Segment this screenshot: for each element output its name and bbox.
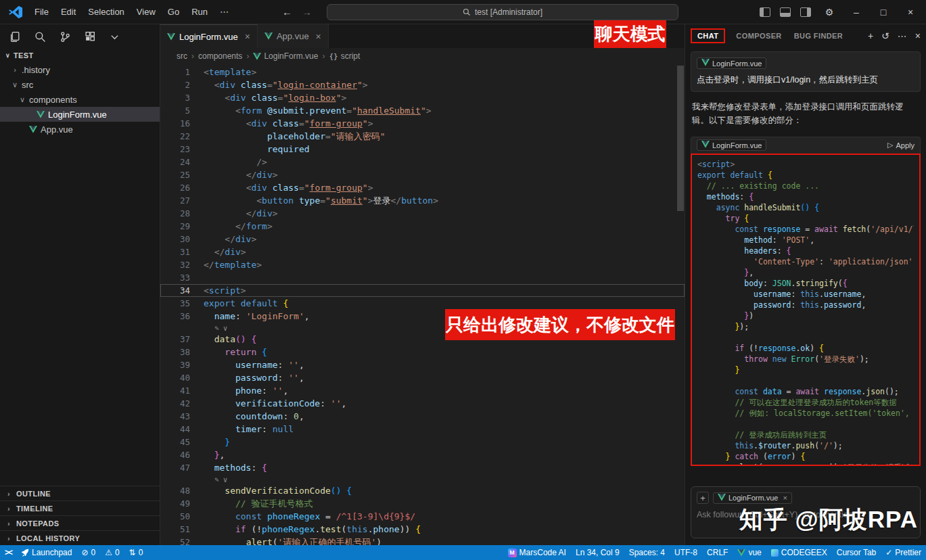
code-line-1[interactable]: 1<template>	[160, 66, 685, 78]
code-line-47[interactable]: 47 methods: {	[160, 461, 685, 474]
code-line-39[interactable]: 39 username: '',	[160, 358, 685, 371]
status-prettier[interactable]: ✓Prettier	[881, 545, 926, 560]
add-context-button[interactable]: +	[697, 492, 709, 504]
close-window-button[interactable]: ×	[902, 7, 919, 18]
code-line-30[interactable]: 30 </div>	[160, 233, 685, 246]
code-file-chip[interactable]: LoginForm.vue	[697, 139, 766, 151]
remove-chip-icon[interactable]: ×	[783, 494, 787, 502]
code-line-22[interactable]: 22 placeholder="请输入密码"	[160, 130, 685, 143]
code-line-33[interactable]: 33	[160, 271, 685, 284]
status-indentation[interactable]: Spaces: 4	[624, 545, 670, 560]
chat-tab-bug-finder[interactable]: BUG FINDER	[793, 29, 844, 43]
editor-scrollbar[interactable]	[676, 64, 685, 545]
menu-⋯[interactable]: ⋯	[214, 4, 235, 20]
followup-input-card[interactable]: + LoginForm.vue ×	[691, 486, 921, 538]
sidebar-section-notepads[interactable]: ›NOTEPADS	[0, 515, 160, 530]
sidebar-section-local-history[interactable]: ›LOCAL HISTORY	[0, 530, 160, 545]
close-tab-icon[interactable]: ×	[245, 31, 250, 42]
command-center-search[interactable]: test [Administrator]	[327, 4, 678, 20]
sidebar-section-outline[interactable]: ›OUTLINE	[0, 486, 160, 500]
menu-file[interactable]: File	[28, 4, 55, 20]
pencil-icon[interactable]: ✎	[214, 475, 219, 484]
code-line-34[interactable]: 34<script>	[160, 284, 685, 297]
inline-widget[interactable]: ✎∨	[160, 474, 685, 484]
code-line-42[interactable]: 42 verificationCode: '',	[160, 397, 685, 410]
code-line-25[interactable]: 25 </div>	[160, 168, 685, 181]
chevron-down-icon[interactable]: ∨	[223, 324, 228, 333]
status-ports[interactable]: ⇅0	[124, 545, 148, 560]
breadcrumb-src[interactable]: src	[177, 51, 187, 61]
extensions-icon[interactable]	[85, 31, 96, 43]
code-editor[interactable]: 1<template>2 <div class="login-container…	[160, 64, 685, 545]
explorer-section-header[interactable]: ∨ TEST	[0, 49, 160, 62]
apply-button[interactable]: ▷ Apply	[887, 141, 915, 149]
tree-item-loginform.vue[interactable]: LoginForm.vue	[0, 107, 160, 122]
chevron-down-icon[interactable]	[110, 32, 120, 42]
followup-input[interactable]	[697, 510, 915, 519]
chevron-down-icon[interactable]: ∨	[223, 475, 228, 484]
code-line-2[interactable]: 2 <div class="login-container">	[160, 78, 685, 91]
code-line-41[interactable]: 41 phone: '',	[160, 384, 685, 397]
code-line-24[interactable]: 24 />	[160, 156, 685, 168]
status-eol[interactable]: CRLF	[702, 545, 733, 560]
tree-item-.history[interactable]: ›.history	[0, 62, 160, 77]
code-line-45[interactable]: 45 }	[160, 436, 685, 448]
code-line-28[interactable]: 28 </div>	[160, 207, 685, 220]
code-line-38[interactable]: 38 return {	[160, 346, 685, 358]
status-codegeex[interactable]: CODEGEEX	[766, 545, 832, 560]
more-actions-icon[interactable]: ⋯	[898, 30, 907, 41]
tree-item-src[interactable]: ∨src	[0, 77, 160, 92]
close-tab-icon[interactable]: ×	[316, 31, 321, 42]
menu-view[interactable]: View	[131, 4, 162, 20]
code-line-49[interactable]: 49 // 验证手机号格式	[160, 497, 685, 510]
code-line-26[interactable]: 26 <div class="form-group">	[160, 181, 685, 194]
status-language-mode[interactable]: vue	[733, 545, 766, 560]
code-line-44[interactable]: 44 timer: null	[160, 423, 685, 436]
status-warnings[interactable]: ⚠0	[100, 545, 124, 560]
search-icon[interactable]	[34, 31, 46, 43]
tab-app.vue[interactable]: App.vue×	[258, 24, 329, 48]
scrollbar-thumb[interactable]	[677, 66, 684, 211]
close-panel-icon[interactable]: ×	[915, 30, 921, 41]
breadcrumb-loginform.vue[interactable]: LoginForm.vue	[253, 51, 318, 61]
history-icon[interactable]: ↺	[881, 30, 889, 41]
pencil-icon[interactable]: ✎	[214, 324, 219, 333]
breadcrumb-script[interactable]: {}script	[329, 51, 360, 61]
source-control-icon[interactable]	[60, 31, 71, 43]
nav-forward-icon[interactable]: →	[302, 6, 312, 18]
code-line-16[interactable]: 16 <div class="form-group">	[160, 117, 685, 130]
status-launchpad[interactable]: Launchpad	[16, 545, 76, 560]
gear-icon[interactable]: ⚙	[820, 7, 838, 18]
breadcrumb-components[interactable]: components	[198, 51, 242, 61]
code-line-40[interactable]: 40 password: '',	[160, 371, 685, 384]
new-chat-icon[interactable]: +	[868, 30, 873, 41]
menu-edit[interactable]: Edit	[55, 4, 82, 20]
code-line-23[interactable]: 23 required	[160, 143, 685, 156]
code-line-3[interactable]: 3 <div class="login-box">	[160, 91, 685, 104]
layout-sidebar-icon[interactable]	[760, 7, 770, 17]
layout-secondary-sidebar-icon[interactable]	[800, 7, 811, 17]
status-cursor-tab[interactable]: Cursor Tab	[832, 545, 881, 560]
code-line-31[interactable]: 31 </div>	[160, 246, 685, 258]
chat-tab-composer[interactable]: COMPOSER	[735, 29, 783, 43]
code-line-51[interactable]: 51 if (!phoneRegex.test(this.phone)) {	[160, 523, 685, 536]
status-marscode-ai[interactable]: MMarsCode AI	[503, 545, 571, 560]
status-encoding[interactable]: UTF-8	[670, 545, 702, 560]
tree-item-components[interactable]: ∨components	[0, 92, 160, 107]
code-line-32[interactable]: 32</template>	[160, 258, 685, 271]
chat-tab-chat[interactable]: CHAT	[691, 28, 725, 43]
input-context-chip[interactable]: LoginForm.vue ×	[713, 492, 792, 504]
menu-selection[interactable]: Selection	[82, 4, 130, 20]
chat-thread[interactable]: LoginForm.vue 点击登录时，调用接口v1/login，然后跳转到主页…	[685, 47, 926, 482]
code-line-52[interactable]: 52 alert('请输入正确的手机号码')	[160, 536, 685, 545]
menu-go[interactable]: Go	[162, 4, 185, 20]
code-line-46[interactable]: 46 },	[160, 448, 685, 461]
code-line-50[interactable]: 50 const phoneRegex = /^1[3-9]\d{9}$/	[160, 510, 685, 523]
maximize-button[interactable]: □	[875, 7, 892, 18]
nav-back-icon[interactable]: ←	[282, 6, 292, 18]
tree-item-app.vue[interactable]: App.vue	[0, 122, 160, 137]
code-line-48[interactable]: 48 sendVerificationCode() {	[160, 484, 685, 497]
minimize-button[interactable]: –	[848, 7, 865, 18]
sidebar-section-timeline[interactable]: ›TIMELINE	[0, 500, 160, 515]
code-line-27[interactable]: 27 <button type="submit">登录</button>	[160, 194, 685, 207]
